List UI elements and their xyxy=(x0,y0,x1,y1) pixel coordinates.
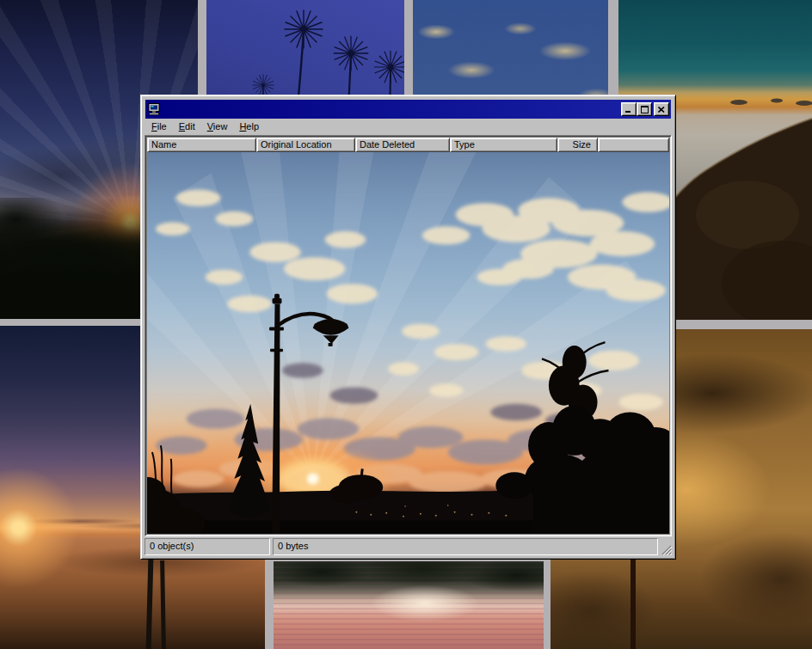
column-header-blank[interactable] xyxy=(598,138,669,152)
minimize-icon xyxy=(625,106,632,113)
maximize-button[interactable] xyxy=(637,102,652,116)
close-icon xyxy=(658,107,665,113)
column-header-type[interactable]: Type xyxy=(450,138,557,152)
wallpaper-tile-reflection xyxy=(274,561,544,649)
details-list-view: Name Original Location Date Deleted Type… xyxy=(145,135,672,536)
status-bar: 0 object(s) 0 bytes xyxy=(145,538,672,555)
menu-help[interactable]: Help xyxy=(233,120,265,133)
left-bush-silhouette xyxy=(147,445,206,534)
menu-view[interactable]: View xyxy=(201,120,234,133)
maximize-icon xyxy=(641,106,649,113)
column-header-date-deleted[interactable]: Date Deleted xyxy=(355,138,450,152)
island-silhouettes xyxy=(656,99,812,107)
recycle-bin-window: File Edit View Help Name Original Locati… xyxy=(140,95,676,560)
list-viewport-sunset-photo[interactable] xyxy=(147,152,669,534)
close-button[interactable] xyxy=(654,102,669,116)
column-header-original-location[interactable]: Original Location xyxy=(256,138,355,152)
titlebar[interactable] xyxy=(145,100,671,119)
menu-edit[interactable]: Edit xyxy=(173,120,201,133)
desktop: File Edit View Help Name Original Locati… xyxy=(0,0,812,649)
water-pole xyxy=(146,559,154,649)
minimize-button[interactable] xyxy=(621,102,637,116)
status-size: 0 bytes xyxy=(273,538,658,555)
water-pole xyxy=(160,560,166,649)
menu-file[interactable]: File xyxy=(145,120,173,133)
plant-stem xyxy=(631,560,636,649)
column-header-size[interactable]: Size xyxy=(557,138,598,152)
column-header-name[interactable]: Name xyxy=(147,138,256,152)
menubar: File Edit View Help xyxy=(145,119,672,134)
resize-grip[interactable] xyxy=(661,544,672,555)
column-header-row: Name Original Location Date Deleted Type… xyxy=(147,138,669,152)
status-object-count: 0 object(s) xyxy=(145,538,270,555)
computer-icon[interactable] xyxy=(147,102,161,116)
